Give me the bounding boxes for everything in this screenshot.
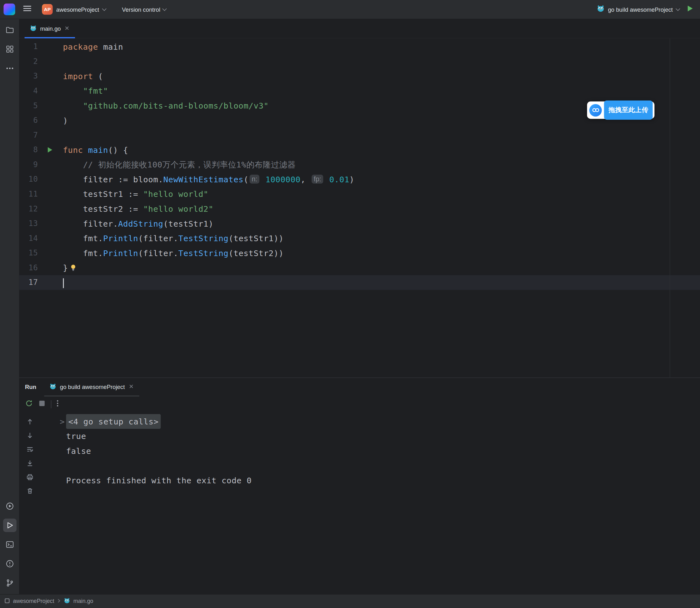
- intention-bulb-icon[interactable]: [70, 261, 77, 276]
- editor-line-3[interactable]: 3import (: [19, 69, 700, 83]
- editor-line-9[interactable]: 9 // 初始化能接收100万个元素，误判率位1%的布隆过滤器: [19, 157, 700, 172]
- editor-line-1[interactable]: 1package main: [19, 39, 700, 54]
- run-configuration-selector[interactable]: go build awesomeProject: [608, 6, 679, 13]
- editor-line-4[interactable]: 4 "fmt": [19, 83, 700, 98]
- run-tab-go-build[interactable]: go build awesomeProject: [44, 378, 139, 396]
- editor-line-12[interactable]: 12 testStr2 := "hello world2": [19, 202, 700, 216]
- structure-tool-button[interactable]: [3, 42, 16, 56]
- code-editor[interactable]: 1package main23import (4 "fmt"5 "github.…: [19, 38, 700, 377]
- editor-lines: 1package main23import (4 "fmt"5 "github.…: [19, 39, 700, 290]
- gutter-marker: [38, 275, 61, 290]
- editor-line-14[interactable]: 14 fmt.Println(filter.TestString(testStr…: [19, 231, 700, 246]
- print-button[interactable]: [25, 472, 35, 482]
- left-tool-window-bar: [0, 19, 19, 594]
- gutter-marker: [38, 231, 61, 246]
- gutter-marker: [38, 172, 61, 187]
- rerun-icon: [25, 399, 33, 407]
- run-tab-close-button[interactable]: [129, 384, 134, 390]
- line-number: 14: [19, 231, 38, 246]
- chevron-right-icon: [57, 598, 61, 605]
- trash-icon: [26, 487, 34, 495]
- editor-line-2[interactable]: 2: [19, 54, 700, 69]
- line-number: 3: [19, 69, 38, 83]
- tab-main-go[interactable]: main.go: [25, 19, 75, 38]
- line-number: 10: [19, 172, 38, 187]
- breadcrumb-file[interactable]: main.go: [73, 598, 93, 605]
- version-control-widget[interactable]: Version control: [122, 6, 166, 13]
- code-text: filter.AddString(testStr1): [61, 216, 700, 231]
- scroll-down-button[interactable]: [25, 431, 35, 441]
- fold-toggle[interactable]: >: [60, 414, 66, 429]
- run-configuration-label: go build awesomeProject: [608, 6, 673, 13]
- gutter-marker: [38, 216, 61, 231]
- problems-tool-button[interactable]: [3, 557, 16, 570]
- code-text: }: [61, 261, 700, 276]
- console-fold-line: > <4 go setup calls>: [60, 414, 700, 429]
- console-lines: truefalseProcess finished with the exit …: [60, 429, 700, 488]
- scroll-up-button[interactable]: [25, 417, 35, 426]
- line-number: 13: [19, 216, 38, 231]
- clear-console-button[interactable]: [25, 486, 35, 496]
- project-widget[interactable]: AP awesomeProject: [42, 4, 106, 15]
- goland-logo: [3, 3, 15, 15]
- chevron-down-icon: [162, 6, 167, 11]
- editor-line-11[interactable]: 11 testStr1 := "hello world": [19, 187, 700, 202]
- editor-line-15[interactable]: 15 fmt.Println(filter.TestString(testStr…: [19, 246, 700, 261]
- run-button[interactable]: [686, 4, 694, 14]
- scroll-to-end-button[interactable]: [25, 458, 35, 468]
- code-text: [61, 275, 700, 290]
- editor-line-10[interactable]: 10 filter := bloom.NewWithEstimates(n: 1…: [19, 172, 700, 187]
- line-number: 5: [19, 98, 38, 113]
- gutter-marker: [38, 246, 61, 261]
- breadcrumb-project[interactable]: awesomeProject: [13, 598, 54, 605]
- console-text: true: [66, 429, 86, 444]
- code-text: import (: [61, 69, 700, 83]
- services-icon: [5, 502, 14, 511]
- project-square-icon: [4, 598, 10, 605]
- scroll-to-end-icon: [26, 459, 34, 467]
- editor-line-7[interactable]: 7: [19, 128, 700, 143]
- git-branch-icon: [5, 578, 14, 587]
- soft-wrap-button[interactable]: [25, 444, 35, 454]
- line-number: 17: [19, 275, 38, 290]
- services-tool-button[interactable]: [3, 499, 16, 513]
- code-text: [61, 128, 700, 143]
- version-control-tool-button[interactable]: [3, 576, 16, 590]
- console-line-margin: [60, 458, 66, 473]
- main-menu-button[interactable]: [23, 5, 31, 13]
- console-line-margin: [60, 429, 66, 444]
- editor-line-13[interactable]: 13 filter.AddString(testStr1): [19, 216, 700, 231]
- stop-button[interactable]: [38, 399, 46, 409]
- editor-line-16[interactable]: 16}: [19, 261, 700, 276]
- editor-line-17[interactable]: 17: [19, 275, 700, 290]
- upload-overlay[interactable]: 拖拽至此上传: [587, 101, 655, 119]
- rerun-button[interactable]: [25, 399, 33, 409]
- run-tool-button[interactable]: [3, 519, 16, 532]
- editor-line-8[interactable]: 8func main() {: [19, 142, 700, 157]
- terminal-tool-button[interactable]: [3, 538, 16, 551]
- console-line-2: true: [60, 429, 700, 444]
- hamburger-icon: [23, 5, 31, 12]
- console-line-3: false: [60, 443, 700, 458]
- run-gutter-icon[interactable]: [38, 142, 61, 157]
- soft-wrap-icon: [26, 445, 34, 453]
- play-icon: [686, 4, 694, 12]
- title-bar: AP awesomeProject Version control go bui…: [0, 0, 700, 19]
- toolbar-separator: [51, 400, 51, 408]
- right-margin-guide: [669, 38, 670, 377]
- more-options-button[interactable]: [56, 399, 59, 409]
- gutter-marker: [38, 157, 61, 172]
- tab-close-button[interactable]: [64, 25, 70, 32]
- kebab-icon: [56, 399, 59, 407]
- text-caret: [63, 278, 64, 288]
- console-line-margin: [60, 443, 66, 458]
- gopher-icon: [64, 597, 70, 605]
- console-output[interactable]: > <4 go setup calls> truefalseProcess fi…: [40, 413, 700, 594]
- more-tool-windows-button[interactable]: [3, 62, 16, 75]
- arrow-down-icon: [26, 431, 34, 439]
- console-fold-region[interactable]: <4 go setup calls>: [66, 414, 161, 429]
- gopher-icon: [50, 383, 56, 391]
- upload-button[interactable]: 拖拽至此上传: [604, 101, 653, 120]
- project-tool-button[interactable]: [3, 23, 16, 36]
- line-number: 11: [19, 187, 38, 202]
